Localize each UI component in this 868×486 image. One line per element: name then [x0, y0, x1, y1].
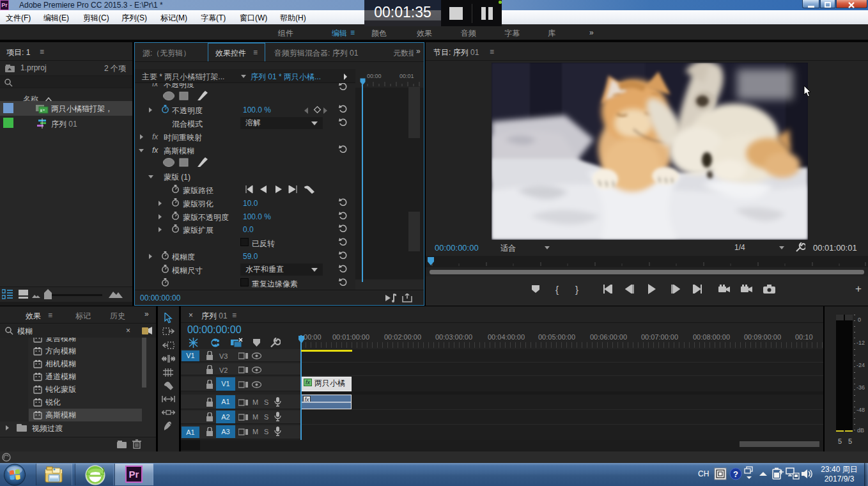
- svg-text:?: ?: [733, 469, 738, 479]
